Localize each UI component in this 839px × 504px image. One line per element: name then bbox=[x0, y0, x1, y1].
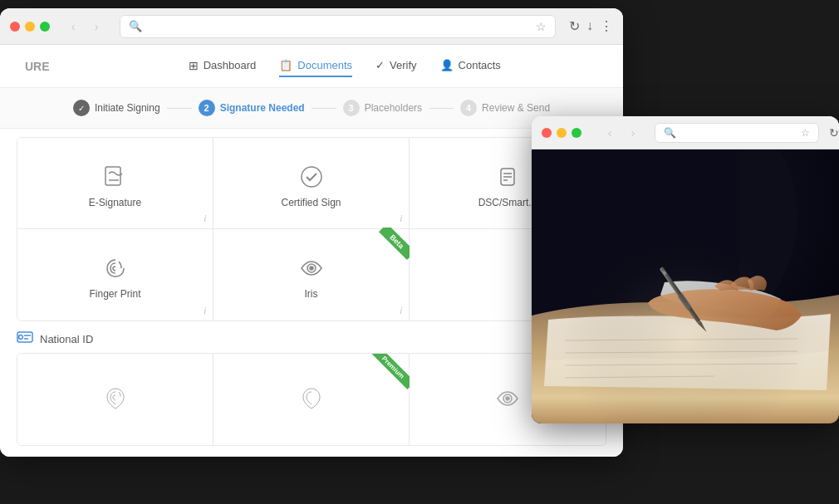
fingerprint-info[interactable]: i bbox=[204, 306, 206, 316]
step-divider-2 bbox=[312, 108, 336, 109]
dsc-label: DSC/Smart... bbox=[478, 197, 537, 208]
esignature-info[interactable]: i bbox=[204, 214, 206, 223]
svg-rect-25 bbox=[532, 149, 839, 423]
step-placeholders-label: Placeholders bbox=[365, 102, 422, 114]
second-url-bar[interactable]: 🔍 ☆ bbox=[655, 123, 819, 143]
maximize-button[interactable] bbox=[40, 22, 50, 32]
download-icon[interactable]: ↓ bbox=[586, 18, 593, 34]
certified-icon bbox=[298, 164, 325, 190]
minimize-button[interactable] bbox=[25, 22, 35, 32]
close-button[interactable] bbox=[10, 22, 20, 32]
app-logo: URE bbox=[25, 57, 50, 75]
step-num-4: 4 bbox=[460, 100, 477, 116]
step-num-2: 2 bbox=[199, 100, 215, 116]
step-signature-label: Signature Needed bbox=[220, 102, 305, 114]
national-id-section-label: National ID bbox=[17, 331, 606, 346]
nav-documents-label: Documents bbox=[297, 59, 352, 71]
second-minimize-button[interactable] bbox=[557, 128, 567, 138]
back-arrow[interactable]: ‹ bbox=[63, 17, 83, 37]
second-maximize-button[interactable] bbox=[572, 128, 581, 138]
step-divider-1 bbox=[167, 108, 192, 109]
svg-point-10 bbox=[19, 335, 23, 340]
iris-icon bbox=[298, 255, 325, 281]
second-nav-arrows: ‹ › bbox=[600, 123, 643, 143]
nid2-icon bbox=[298, 385, 325, 412]
dashboard-icon: ⊞ bbox=[189, 59, 199, 72]
step-review[interactable]: 4 Review & Send bbox=[460, 100, 550, 116]
app-nav: URE ⊞ Dashboard 📋 Documents ✓ Verify 👤 C… bbox=[0, 45, 623, 88]
nav-dashboard-label: Dashboard bbox=[204, 59, 257, 71]
certified-label: Certified Sign bbox=[281, 197, 341, 208]
url-input[interactable] bbox=[147, 21, 531, 32]
second-browser-titlebar: ‹ › 🔍 ☆ ↻ ⋮ bbox=[532, 116, 839, 149]
card-fingerprint[interactable]: Finger Print i bbox=[17, 229, 213, 321]
main-browser-window: ‹ › 🔍 ☆ ↻ ↓ ⋮ URE ⊞ Dashboard bbox=[0, 8, 623, 457]
national-id-icon bbox=[17, 331, 33, 346]
nid3-icon bbox=[494, 385, 521, 412]
nav-verify-label: Verify bbox=[390, 59, 417, 71]
iris-info[interactable]: i bbox=[400, 306, 402, 316]
second-traffic-lights bbox=[542, 128, 581, 138]
step-check-icon: ✓ bbox=[73, 100, 90, 116]
step-num-3: 3 bbox=[343, 100, 360, 116]
nav-contacts[interactable]: 👤 Contacts bbox=[440, 56, 501, 77]
reload-icon[interactable]: ↻ bbox=[569, 18, 580, 34]
menu-icon[interactable]: ⋮ bbox=[600, 18, 613, 34]
card-nid1[interactable] bbox=[17, 354, 213, 445]
nav-dashboard[interactable]: ⊞ Dashboard bbox=[189, 56, 257, 77]
step-divider-3 bbox=[429, 108, 454, 109]
card-iris[interactable]: Iris i bbox=[213, 229, 410, 321]
browser-actions: ↻ ↓ ⋮ bbox=[569, 18, 613, 34]
beta-badge bbox=[369, 228, 410, 269]
biometric-cards-grid: E-Signature i Certified Sign i bbox=[17, 137, 606, 321]
svg-rect-9 bbox=[17, 332, 32, 342]
svg-point-8 bbox=[310, 267, 313, 270]
certified-info[interactable]: i bbox=[400, 214, 402, 223]
fingerprint-icon bbox=[102, 255, 129, 281]
nav-arrows: ‹ › bbox=[63, 17, 106, 37]
second-close-button[interactable] bbox=[542, 128, 552, 138]
second-forward-arrow[interactable]: › bbox=[623, 123, 643, 143]
nav-verify[interactable]: ✓ Verify bbox=[375, 56, 417, 77]
nav-items: ⊞ Dashboard 📋 Documents ✓ Verify 👤 Conta… bbox=[91, 56, 598, 77]
esignature-icon bbox=[102, 164, 129, 190]
nav-documents[interactable]: 📋 Documents bbox=[279, 56, 352, 77]
nav-contacts-label: Contacts bbox=[459, 59, 501, 71]
card-esignature[interactable]: E-Signature i bbox=[17, 138, 213, 229]
second-back-arrow[interactable]: ‹ bbox=[600, 123, 620, 143]
iris-label: Iris bbox=[305, 288, 318, 300]
card-certified[interactable]: Certified Sign i bbox=[213, 138, 410, 229]
search-icon: 🔍 bbox=[129, 20, 142, 32]
traffic-lights bbox=[10, 22, 50, 32]
second-reload-icon[interactable]: ↻ bbox=[829, 126, 839, 139]
second-browser-window: ‹ › 🔍 ☆ ↻ ⋮ bbox=[532, 116, 839, 423]
esignature-label: E-Signature bbox=[89, 197, 141, 208]
verify-icon: ✓ bbox=[375, 59, 385, 71]
second-bookmark-icon[interactable]: ☆ bbox=[801, 127, 810, 139]
url-bar[interactable]: 🔍 ☆ bbox=[120, 15, 556, 38]
step-review-label: Review & Send bbox=[482, 102, 550, 114]
signing-photo bbox=[532, 149, 839, 423]
national-id-cards-grid bbox=[17, 353, 606, 446]
documents-icon: 📋 bbox=[279, 59, 292, 71]
steps-bar: ✓ Initiate Signing 2 Signature Needed 3 … bbox=[0, 88, 623, 129]
step-initiate[interactable]: ✓ Initiate Signing bbox=[73, 100, 160, 116]
second-browser-actions: ↻ ⋮ bbox=[829, 126, 839, 139]
step-signature[interactable]: 2 Signature Needed bbox=[199, 100, 305, 116]
forward-arrow[interactable]: › bbox=[86, 17, 106, 37]
svg-point-14 bbox=[506, 397, 509, 400]
app-content: URE ⊞ Dashboard 📋 Documents ✓ Verify 👤 C… bbox=[0, 45, 623, 457]
step-initiate-label: Initiate Signing bbox=[95, 102, 160, 114]
step-placeholders[interactable]: 3 Placeholders bbox=[343, 100, 422, 116]
contacts-icon: 👤 bbox=[440, 59, 454, 71]
biometric-section: E-Signature i Certified Sign i bbox=[0, 129, 623, 454]
national-id-label: National ID bbox=[40, 333, 93, 345]
fingerprint-label: Finger Print bbox=[89, 288, 140, 300]
second-url-input[interactable] bbox=[681, 128, 796, 138]
browser-titlebar: ‹ › 🔍 ☆ ↻ ↓ ⋮ bbox=[0, 8, 623, 45]
premium-badge bbox=[364, 353, 410, 399]
card-nid2[interactable] bbox=[213, 354, 410, 445]
svg-point-2 bbox=[302, 167, 321, 187]
second-search-icon: 🔍 bbox=[664, 127, 676, 139]
bookmark-icon[interactable]: ☆ bbox=[536, 20, 547, 33]
